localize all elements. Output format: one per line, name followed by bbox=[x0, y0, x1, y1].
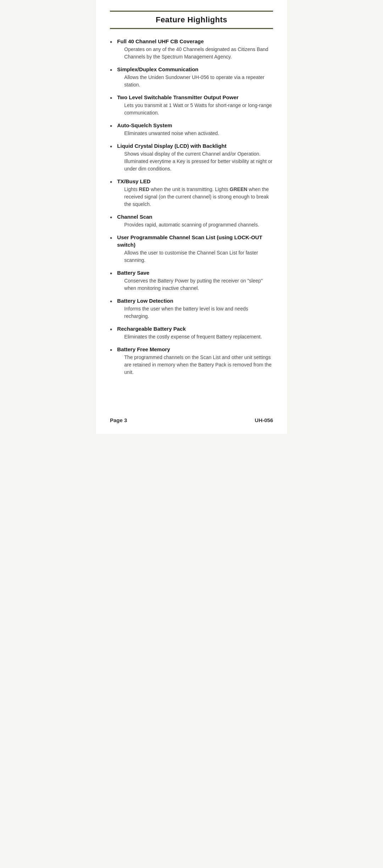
bullet-icon: • bbox=[110, 213, 112, 222]
feature-title: User Programmable Channel Scan List (usi… bbox=[117, 234, 273, 248]
list-item: •Battery Low DetectionInforms the user w… bbox=[110, 297, 273, 320]
page-header: Feature Highlights bbox=[110, 11, 273, 29]
feature-description: Conserves the Battery Power by putting t… bbox=[117, 277, 273, 292]
feature-content: User Programmable Channel Scan List (usi… bbox=[117, 234, 273, 264]
bullet-icon: • bbox=[110, 346, 112, 355]
page-footer: Page 3 UH-056 bbox=[110, 417, 273, 423]
bullet-icon: • bbox=[110, 38, 112, 47]
bullet-icon: • bbox=[110, 297, 112, 306]
features-list: •Full 40 Channel UHF CB CoverageOperates… bbox=[110, 38, 273, 376]
feature-description: Informs the user when the battery level … bbox=[117, 305, 273, 320]
feature-content: Simplex/Duplex CommunicationAllows the U… bbox=[117, 66, 273, 89]
feature-title: Battery Save bbox=[117, 269, 273, 276]
feature-title: Auto-Squelch System bbox=[117, 122, 273, 129]
list-item: •Two Level Switchable Transmitter Output… bbox=[110, 94, 273, 117]
list-item: •Simplex/Duplex CommunicationAllows the … bbox=[110, 66, 273, 89]
page-title: Feature Highlights bbox=[110, 15, 273, 24]
feature-content: Channel ScanProvides rapid, automatic sc… bbox=[117, 213, 273, 229]
feature-title: Liquid Crystal Display (LCD) with Backli… bbox=[117, 142, 273, 150]
feature-title: TX/Busy LED bbox=[117, 178, 273, 185]
bullet-icon: • bbox=[110, 142, 112, 151]
feature-content: Auto-Squelch SystemEliminates unwanted n… bbox=[117, 122, 273, 137]
feature-content: Two Level Switchable Transmitter Output … bbox=[117, 94, 273, 117]
feature-content: Liquid Crystal Display (LCD) with Backli… bbox=[117, 142, 273, 173]
feature-content: Full 40 Channel UHF CB CoverageOperates … bbox=[117, 38, 273, 61]
bullet-icon: • bbox=[110, 178, 112, 187]
page-container: Feature Highlights •Full 40 Channel UHF … bbox=[96, 0, 287, 434]
feature-description: Eliminates unwanted noise when activated… bbox=[117, 130, 273, 137]
footer-page-label: Page 3 bbox=[110, 417, 127, 423]
bullet-icon: • bbox=[110, 269, 112, 278]
list-item: •Liquid Crystal Display (LCD) with Backl… bbox=[110, 142, 273, 173]
feature-content: TX/Busy LEDLights RED when the unit is t… bbox=[117, 178, 273, 208]
feature-title: Two Level Switchable Transmitter Output … bbox=[117, 94, 273, 101]
feature-description: Provides rapid, automatic scanning of pr… bbox=[117, 221, 273, 229]
feature-title: Full 40 Channel UHF CB Coverage bbox=[117, 38, 273, 45]
feature-description: Operates on any of the 40 Channels desig… bbox=[117, 46, 273, 61]
list-item: •Battery Free MemoryThe programmed chann… bbox=[110, 346, 273, 376]
bullet-icon: • bbox=[110, 94, 112, 103]
feature-content: Battery Low DetectionInforms the user wh… bbox=[117, 297, 273, 320]
list-item: •Rechargeable Battery PackEliminates the… bbox=[110, 325, 273, 341]
feature-title: Simplex/Duplex Communication bbox=[117, 66, 273, 73]
feature-content: Battery SaveConserves the Battery Power … bbox=[117, 269, 273, 292]
list-item: •Full 40 Channel UHF CB CoverageOperates… bbox=[110, 38, 273, 61]
feature-description: The programmed channels on the Scan List… bbox=[117, 354, 273, 376]
list-item: •Channel ScanProvides rapid, automatic s… bbox=[110, 213, 273, 229]
feature-description: Shows visual display of the current Chan… bbox=[117, 150, 273, 173]
feature-description: Allows the Uniden Sundowner UH-056 to op… bbox=[117, 74, 273, 89]
feature-description: Lights RED when the unit is transmitting… bbox=[117, 186, 273, 208]
feature-content: Rechargeable Battery PackEliminates the … bbox=[117, 325, 273, 341]
feature-content: Battery Free MemoryThe programmed channe… bbox=[117, 346, 273, 376]
feature-description: Allows the user to customise the Channel… bbox=[117, 249, 273, 264]
list-item: •Battery SaveConserves the Battery Power… bbox=[110, 269, 273, 292]
feature-description: Lets you transmit at 1 Watt or 5 Watts f… bbox=[117, 102, 273, 117]
feature-description: Eliminates the costly expense of frequen… bbox=[117, 333, 273, 341]
bullet-icon: • bbox=[110, 66, 112, 75]
list-item: •User Programmable Channel Scan List (us… bbox=[110, 234, 273, 264]
feature-title: Rechargeable Battery Pack bbox=[117, 325, 273, 332]
feature-title: Battery Free Memory bbox=[117, 346, 273, 353]
feature-title: Channel Scan bbox=[117, 213, 273, 220]
feature-title: Battery Low Detection bbox=[117, 297, 273, 304]
bullet-icon: • bbox=[110, 325, 112, 334]
list-item: •TX/Busy LEDLights RED when the unit is … bbox=[110, 178, 273, 208]
bullet-icon: • bbox=[110, 234, 112, 243]
footer-model-label: UH-056 bbox=[255, 417, 273, 423]
list-item: •Auto-Squelch SystemEliminates unwanted … bbox=[110, 122, 273, 137]
bullet-icon: • bbox=[110, 122, 112, 131]
